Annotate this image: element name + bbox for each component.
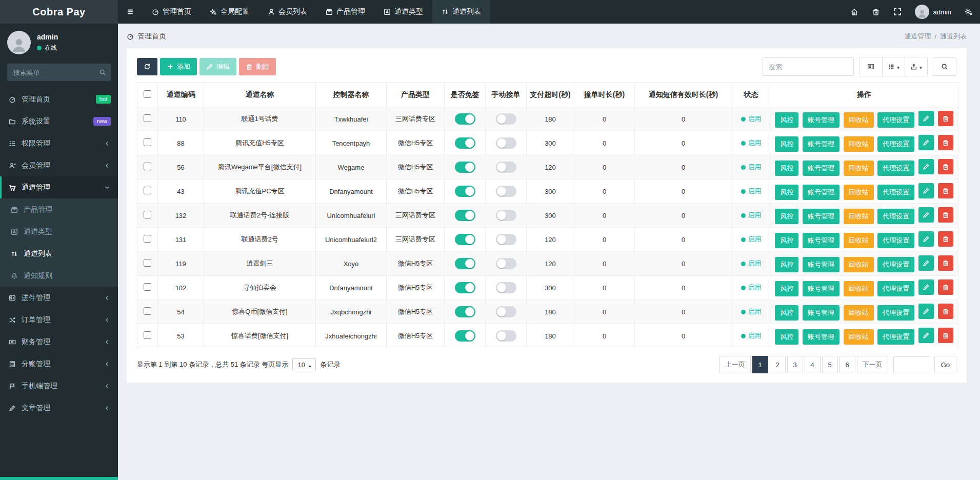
search-icon[interactable] [99, 69, 106, 76]
agent-settings-button[interactable]: 代理设置 [877, 233, 914, 248]
topnav-item-channel-list[interactable]: 通道列表 [432, 0, 490, 24]
trash-icon[interactable] [872, 8, 880, 16]
edit-row-button[interactable] [918, 255, 934, 271]
row-checkbox[interactable] [144, 187, 151, 194]
account-manage-button[interactable]: 账号管理 [803, 136, 839, 152]
row-checkbox[interactable] [144, 138, 151, 146]
edit-row-button[interactable] [918, 159, 934, 174]
row-checkbox[interactable] [144, 114, 151, 122]
topnav-item-member-list[interactable]: 会员列表 [258, 0, 316, 24]
account-manage-button[interactable]: 账号管理 [803, 185, 839, 200]
recycle-bin-button[interactable]: 回收站 [844, 233, 874, 248]
page-button-5[interactable]: 5 [822, 356, 838, 373]
free-sign-toggle[interactable] [455, 137, 475, 149]
risk-control-button[interactable]: 风控 [775, 185, 798, 200]
sidebar-item-permission-manage[interactable]: 权限管理 [0, 132, 118, 154]
topnav-item-dashboard[interactable]: 管理首页 [143, 0, 201, 24]
recycle-bin-button[interactable]: 回收站 [844, 209, 874, 224]
app-logo[interactable]: Cobra Pay [0, 0, 118, 24]
risk-control-button[interactable]: 风控 [775, 329, 798, 345]
breadcrumb-parent-link[interactable]: 通道管理 [904, 32, 931, 41]
edit-row-button[interactable] [918, 183, 934, 198]
free-sign-toggle[interactable] [455, 282, 475, 293]
recycle-bin-button[interactable]: 回收站 [844, 329, 874, 345]
delete-row-button[interactable] [938, 183, 953, 198]
table-search-input[interactable] [763, 57, 854, 76]
sidebar-subitem-notify-rules[interactable]: 通知规则 [0, 265, 118, 287]
recycle-bin-button[interactable]: 回收站 [844, 136, 874, 152]
manual-accept-toggle[interactable] [496, 330, 516, 342]
risk-control-button[interactable]: 风控 [775, 136, 798, 152]
delete-row-button[interactable] [938, 328, 953, 343]
sidebar-subitem-channel-type[interactable]: 通道类型 [0, 221, 118, 243]
page-button-6[interactable]: 6 [839, 356, 855, 373]
page-button-3[interactable]: 3 [787, 356, 803, 373]
manual-accept-toggle[interactable] [496, 306, 516, 317]
recycle-bin-button[interactable]: 回收站 [844, 281, 874, 296]
settings-gears-icon[interactable] [965, 8, 973, 16]
page-size-select[interactable]: 10 [292, 358, 316, 371]
account-manage-button[interactable]: 账号管理 [803, 233, 839, 248]
agent-settings-button[interactable]: 代理设置 [877, 209, 914, 224]
risk-control-button[interactable]: 风控 [775, 233, 798, 248]
manual-accept-toggle[interactable] [496, 234, 516, 245]
add-button[interactable]: 添加 [160, 58, 197, 75]
manual-accept-toggle[interactable] [496, 282, 516, 293]
free-sign-toggle[interactable] [455, 258, 475, 269]
row-checkbox[interactable] [144, 235, 151, 243]
account-manage-button[interactable]: 账号管理 [803, 329, 839, 345]
edit-row-button[interactable] [918, 135, 934, 150]
agent-settings-button[interactable]: 代理设置 [877, 257, 914, 272]
account-manage-button[interactable]: 账号管理 [803, 161, 839, 176]
delete-row-button[interactable] [938, 231, 953, 247]
row-checkbox[interactable] [144, 259, 151, 267]
risk-control-button[interactable]: 风控 [775, 305, 798, 321]
sidebar-item-member-manage[interactable]: 会员管理 [0, 154, 118, 176]
topnav-item-product-manage[interactable]: 产品管理 [316, 0, 374, 24]
agent-settings-button[interactable]: 代理设置 [877, 329, 914, 345]
page-button-1[interactable]: 1 [752, 356, 768, 373]
fullscreen-icon[interactable] [893, 8, 902, 16]
recycle-bin-button[interactable]: 回收站 [844, 185, 874, 200]
search-button[interactable] [933, 57, 956, 76]
select-all-checkbox[interactable] [144, 90, 151, 98]
page-button-2[interactable]: 2 [770, 356, 786, 373]
risk-control-button[interactable]: 风控 [775, 161, 798, 176]
edit-row-button[interactable] [918, 207, 934, 223]
agent-settings-button[interactable]: 代理设置 [877, 305, 914, 321]
delete-row-button[interactable] [938, 159, 953, 174]
delete-row-button[interactable] [938, 135, 953, 150]
sidebar-item-mobile-manage[interactable]: 手机端管理 [0, 375, 118, 397]
row-checkbox[interactable] [144, 163, 151, 170]
next-page-button[interactable]: 下一页 [857, 356, 888, 373]
sidebar-item-dashboard[interactable]: 管理首页 hot [0, 88, 118, 110]
row-checkbox[interactable] [144, 283, 151, 291]
free-sign-toggle[interactable] [455, 113, 475, 125]
free-sign-toggle[interactable] [455, 234, 475, 245]
sidebar-item-finance-manage[interactable]: 财务管理 [0, 331, 118, 353]
agent-settings-button[interactable]: 代理设置 [877, 185, 914, 200]
risk-control-button[interactable]: 风控 [775, 209, 798, 224]
free-sign-toggle[interactable] [455, 330, 475, 342]
columns-dropdown-button[interactable] [882, 57, 905, 76]
agent-settings-button[interactable]: 代理设置 [877, 136, 914, 152]
manual-accept-toggle[interactable] [496, 113, 516, 125]
account-manage-button[interactable]: 账号管理 [803, 257, 839, 272]
risk-control-button[interactable]: 风控 [775, 112, 798, 128]
prev-page-button[interactable]: 上一页 [719, 356, 751, 373]
manual-accept-toggle[interactable] [496, 186, 516, 197]
edit-row-button[interactable] [918, 231, 934, 247]
sidebar-subitem-channel-list[interactable]: 通道列表 [0, 243, 118, 265]
manual-accept-toggle[interactable] [496, 210, 516, 221]
sidebar-item-article-manage[interactable]: 文章管理 [0, 397, 118, 419]
manual-accept-toggle[interactable] [496, 258, 516, 269]
home-icon[interactable] [850, 8, 858, 16]
recycle-bin-button[interactable]: 回收站 [844, 161, 874, 176]
risk-control-button[interactable]: 风控 [775, 281, 798, 296]
sidebar-item-ledger-manage[interactable]: 分账管理 [0, 353, 118, 375]
recycle-bin-button[interactable]: 回收站 [844, 305, 874, 321]
export-dropdown-button[interactable] [905, 57, 927, 76]
sidebar-item-system-settings[interactable]: 系统设置 new [0, 110, 118, 132]
sidebar-toggle-button[interactable] [118, 0, 143, 24]
free-sign-toggle[interactable] [455, 306, 475, 317]
